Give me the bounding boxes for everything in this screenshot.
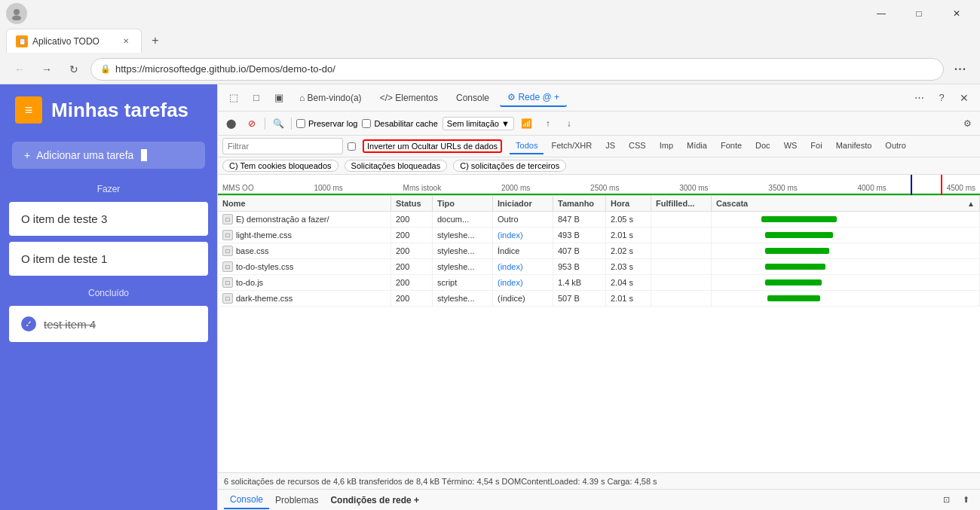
td-type-3: styleshe... [433,259,493,274]
table-row[interactable]: □ to-do.js 200 script (index) 1.4 kB 2.0… [218,275,980,291]
url-bar[interactable]: 🔒 https://microsoftedge.github.io/Demos/… [90,58,944,81]
new-tab-button[interactable]: + [145,30,166,51]
device-toolbar-button[interactable]: □ [247,88,266,108]
th-type[interactable]: Tipo [433,196,493,211]
dock-icon[interactable]: ⊡ [938,492,954,508]
filter-tag-cookies[interactable]: C) Tem cookies bloqueados [222,160,338,172]
svg-point-0 [14,9,20,15]
type-tab-fetch[interactable]: Fetch/XHR [545,138,598,154]
filter-tag-third-party[interactable]: C) solicitações de terceiros [453,160,566,172]
clear-button[interactable]: ⊘ [243,115,260,132]
table-row[interactable]: □ to-do-styles.css 200 styleshe... (inde… [218,259,980,275]
wifi-icon[interactable]: 📶 [519,115,535,132]
table-row[interactable]: □ base.css 200 styleshe... Índice 407 B … [218,243,980,259]
maximize-button[interactable]: □ [902,2,936,26]
file-icon-0: □ [222,214,233,224]
bottom-tab-network-conditions[interactable]: Condições de rede + [324,492,425,508]
td-time-3: 2.03 s [606,259,651,274]
browser-more-button[interactable]: ··· [950,59,971,80]
table-row[interactable]: □ light-theme.css 200 styleshe... (index… [218,228,980,243]
minimize-button[interactable]: — [864,2,899,26]
settings-icon[interactable]: ⚙ [959,115,975,132]
main-content: ≡ Minhas tarefas + Adicionar uma tarefa … [0,84,980,510]
throttle-dropdown[interactable]: Sem limitação ▼ [443,117,514,130]
devtools-more-button[interactable]: ⋯ [909,88,929,108]
disable-cache-checkbox[interactable]: Desabilitar cache [362,119,437,128]
type-tab-ws[interactable]: WS [778,138,804,154]
tab-favicon: 📋 [16,35,28,47]
invert-checkbox[interactable] [348,142,358,151]
type-tab-css[interactable]: CSS [623,138,652,154]
type-tab-other[interactable]: Outro [879,138,912,154]
th-time[interactable]: Hora [606,196,651,211]
tab-title: Aplicativo TODO [32,36,115,47]
network-table[interactable]: Nome Status Tipo Iniciador Tamanho Hora … [218,196,980,472]
devtools-close-button[interactable]: ✕ [954,88,974,108]
table-row[interactable]: □ dark-theme.css 200 styleshe... (índice… [218,291,980,307]
todo-sidebar: ≡ Minhas tarefas + Adicionar uma tarefa … [0,84,217,510]
forward-button[interactable]: → [36,59,57,80]
task-item-4[interactable]: ✓ test item 4 [9,306,208,342]
upload-icon[interactable]: ↑ [540,115,556,132]
cascade-scroll-up[interactable]: ▲ [967,200,975,208]
bottom-tab-problems[interactable]: Problemas [269,492,324,508]
type-tab-img[interactable]: Imp [654,138,679,154]
inspect-element-button[interactable]: ⬚ [224,88,243,108]
type-tab-foi[interactable]: Foi [804,138,828,154]
panel-button[interactable]: ▣ [269,88,289,108]
td-fulfilled-1 [651,228,712,243]
timeline-marker-4: 2500 ms [590,184,619,192]
add-task-button[interactable]: + Adicionar uma tarefa [12,142,205,169]
filter-input[interactable] [222,138,343,154]
record-button[interactable]: ⬤ [222,115,239,132]
type-tab-all[interactable]: Todos [510,138,544,154]
type-tab-js[interactable]: JS [599,138,621,154]
tab-welcome[interactable]: ⌂ Bem-vindo(a) [292,90,369,106]
devtools-help-button[interactable]: ? [932,88,951,108]
th-cascade[interactable]: Cascata ▲ [712,196,980,211]
tab-network[interactable]: ⚙ Rede @ + [500,89,567,107]
td-initiator-4[interactable]: (index) [493,275,553,290]
file-icon-5: □ [222,293,233,304]
preserve-log-checkbox[interactable]: Preservar log [296,119,357,128]
close-button[interactable]: ✕ [939,2,974,26]
add-task-label: Adicionar uma tarefa [36,149,133,161]
th-initiator[interactable]: Iniciador [493,196,553,211]
td-initiator-1[interactable]: (index) [493,228,553,243]
file-icon-3: □ [222,261,233,272]
td-fulfilled-4 [651,275,712,290]
td-name-2: □ base.css [218,243,391,258]
refresh-button[interactable]: ↻ [63,59,84,80]
expand-icon[interactable]: ⬆ [957,492,974,508]
type-tab-font[interactable]: Fonte [715,138,748,154]
td-initiator-3[interactable]: (index) [493,259,553,274]
preserve-log-label: Preservar log [308,119,357,128]
table-row[interactable]: □ E) demonstração a fazer/ 200 docum... … [218,212,980,228]
td-type-1: styleshe... [433,228,493,243]
th-status[interactable]: Status [391,196,433,211]
type-tab-media[interactable]: Mídia [681,138,713,154]
td-size-5: 507 B [553,291,606,306]
th-size[interactable]: Tamanho [553,196,606,211]
th-name[interactable]: Nome [218,196,391,211]
timeline-bar: MMS OO 1000 ms Mms istook 2000 ms 2500 m… [218,175,980,196]
tab-elements[interactable]: </> Elementos [372,90,446,106]
bottom-tab-console[interactable]: Console [224,491,269,509]
hide-data-urls-box[interactable]: Inverter um Ocultar URLs de dados [363,139,502,153]
devtools-panel: ⬚ □ ▣ ⌂ Bem-vindo(a) </> Elementos Conso… [217,84,980,510]
filter-tag-blocked-label: Solicitações bloqueadas [351,161,441,170]
tab-close-button[interactable]: ✕ [120,35,132,47]
td-cascade-1 [712,228,980,243]
task-item-3[interactable]: O item de teste 3 [9,202,208,236]
th-fulfilled[interactable]: Fulfilled... [651,196,712,211]
download-icon[interactable]: ↓ [561,115,577,132]
type-tab-doc[interactable]: Doc [749,138,776,154]
task-item-1[interactable]: O item de teste 1 [9,242,208,276]
back-button[interactable]: ← [9,59,30,80]
type-tab-manifest[interactable]: Manifesto [830,138,878,154]
filter-tag-blocked[interactable]: Solicitações bloqueadas [345,160,448,172]
filter-button[interactable]: 🔍 [270,115,286,132]
tab-console[interactable]: Console [449,90,497,106]
browser-tab[interactable]: 📋 Aplicativo TODO ✕ [6,29,142,53]
td-status-0: 200 [391,212,433,227]
